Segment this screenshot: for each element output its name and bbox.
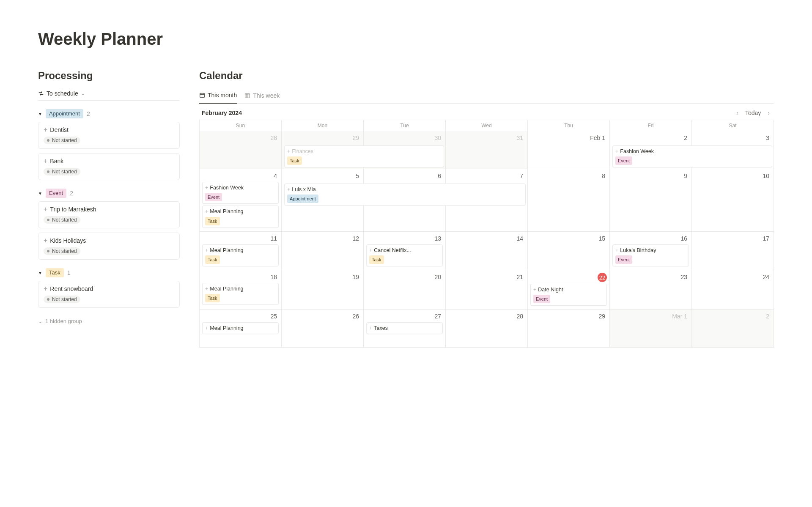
calendar-day-cell[interactable]: 23 [610, 270, 692, 310]
day-number: 21 [447, 272, 526, 281]
day-number: 5 [283, 171, 362, 180]
plus-icon: + [205, 285, 208, 292]
calendar-day-cell[interactable]: 19 [282, 270, 364, 310]
day-number: 2 [612, 133, 690, 142]
calendar-event[interactable]: +Cancel Netflix...Task [366, 244, 443, 266]
group-header-task[interactable]: ▼ Task 1 [38, 266, 180, 281]
event-title: Meal Planning [210, 208, 243, 215]
next-month-button[interactable]: › [766, 110, 771, 116]
card-title: Bank [50, 158, 63, 164]
plus-icon: + [287, 186, 290, 193]
event-title: Meal Planning [210, 285, 243, 292]
calendar-day-cell[interactable]: 29+FinancesTask [282, 131, 364, 169]
day-number: 25 [201, 311, 280, 321]
day-number-today: 22 [598, 273, 607, 282]
task-card[interactable]: + Kids Holidays Not started [38, 233, 180, 260]
day-number: 19 [283, 272, 362, 281]
plus-icon: + [205, 208, 208, 215]
calendar-day-cell[interactable]: 21 [446, 270, 528, 310]
calendar-day-cell[interactable]: 28 [446, 310, 528, 348]
calendar-day-cell[interactable]: 8 [528, 169, 610, 232]
calendar-day-cell[interactable]: 2 [692, 310, 774, 348]
day-number: 15 [529, 233, 608, 243]
today-button[interactable]: Today [745, 110, 761, 116]
day-number: 20 [365, 272, 444, 281]
calendar-event[interactable]: +FinancesTask [284, 145, 444, 167]
calendar-day-cell[interactable]: 17 [692, 232, 774, 270]
calendar-day-cell[interactable]: 9 [610, 169, 692, 232]
calendar-day-cell[interactable]: 2+Fashion WeekEvent [610, 131, 692, 169]
day-number: Mar 1 [612, 311, 690, 321]
tab-this-month[interactable]: This month [199, 90, 237, 104]
calendar-event[interactable]: +Date NightEvent [530, 284, 607, 306]
calendar-event[interactable]: +Luis x MiaAppointment [284, 184, 526, 206]
group-header-event[interactable]: ▼ Event 2 [38, 187, 180, 201]
calendar-event[interactable]: +Fashion WeekEvent [612, 145, 772, 167]
calendar-event[interactable]: +Taxes [366, 322, 443, 334]
event-tag: Task [205, 255, 220, 264]
calendar-day-cell[interactable]: 14 [446, 232, 528, 270]
calendar-day-cell[interactable]: 22+Date NightEvent [528, 270, 610, 310]
plus-icon: + [44, 158, 47, 164]
calendar-day-cell[interactable]: 20 [364, 270, 446, 310]
plus-icon: + [615, 148, 618, 155]
day-number: 12 [283, 233, 362, 243]
calendar-day-cell[interactable]: 31 [446, 131, 528, 169]
day-number: 24 [694, 272, 772, 281]
calendar-event[interactable]: +Meal Planning [202, 322, 279, 334]
page-title: Weekly Planner [38, 30, 774, 49]
day-number: 9 [612, 171, 690, 180]
calendar-day-cell[interactable]: 15 [528, 232, 610, 270]
group-count: 2 [70, 190, 73, 197]
triangle-down-icon: ▼ [38, 271, 42, 275]
task-card[interactable]: + Bank Not started [38, 153, 180, 180]
event-tag: Task [369, 255, 384, 264]
calendar-day-cell[interactable]: 4+Fashion WeekEvent+Meal PlanningTask [200, 169, 282, 232]
calendar-day-cell[interactable]: 5+Luis x MiaAppointment [282, 169, 364, 232]
calendar-day-cell[interactable]: Mar 1 [610, 310, 692, 348]
calendar-event[interactable]: +Fashion WeekEvent [202, 182, 279, 204]
view-selector[interactable]: To schedule ⌄ [38, 90, 180, 101]
calendar-day-cell[interactable]: 16+Luka's BirthdayEvent [610, 232, 692, 270]
day-number: 23 [612, 272, 690, 281]
day-number: 14 [447, 233, 526, 243]
calendar-day-cell[interactable]: 25+Meal Planning [200, 310, 282, 348]
card-title: Rent snowboard [50, 285, 93, 292]
calendar-day-cell[interactable]: 11+Meal PlanningTask [200, 232, 282, 270]
calendar-event[interactable]: +Meal PlanningTask [202, 244, 279, 266]
task-card[interactable]: + Rent snowboard Not started [38, 281, 180, 308]
calendar-day-cell[interactable]: 12 [282, 232, 364, 270]
calendar-day-cell[interactable]: 28 [200, 131, 282, 169]
prev-month-button[interactable]: ‹ [735, 110, 740, 116]
plus-icon: + [615, 247, 618, 254]
calendar-event[interactable]: +Meal PlanningTask [202, 206, 279, 227]
event-tag: Event [615, 156, 632, 165]
hidden-group-toggle[interactable]: ⌄ 1 hidden group [38, 318, 180, 324]
day-number: 3 [694, 133, 772, 142]
calendar-day-cell[interactable]: 29 [528, 310, 610, 348]
plus-icon: + [205, 247, 208, 254]
calendar-day-cell[interactable]: 18+Meal PlanningTask [200, 270, 282, 310]
event-title: Luis x Mia [292, 186, 315, 193]
plus-icon: + [205, 184, 208, 191]
tab-this-week[interactable]: This week [244, 90, 280, 103]
day-number: 2 [694, 311, 772, 321]
calendar-event[interactable]: +Luka's BirthdayEvent [612, 244, 689, 266]
status-badge: Not started [44, 168, 80, 175]
task-card[interactable]: + Dentist Not started [38, 122, 180, 149]
calendar-day-cell[interactable]: 26 [282, 310, 364, 348]
day-of-week: Fri [610, 120, 692, 131]
calendar-event[interactable]: +Meal PlanningTask [202, 283, 279, 305]
day-number: 18 [201, 272, 280, 281]
calendar-day-cell[interactable]: 10 [692, 169, 774, 232]
calendar-day-cell[interactable]: 27+Taxes [364, 310, 446, 348]
tab-label: This month [208, 92, 237, 99]
calendar-day-cell[interactable]: 24 [692, 270, 774, 310]
task-card[interactable]: + Trip to Marrakesh Not started [38, 201, 180, 228]
calendar-day-cell[interactable]: Feb 1 [528, 131, 610, 169]
calendar-panel: Calendar This month This week February 2… [199, 70, 774, 348]
calendar-day-cell[interactable]: 13+Cancel Netflix...Task [364, 232, 446, 270]
day-number: 8 [529, 171, 608, 180]
calendar-grid: SunMonTueWedThuFriSat 2829+FinancesTask3… [199, 120, 774, 348]
group-header-appointment[interactable]: ▼ Appointment 2 [38, 107, 180, 122]
